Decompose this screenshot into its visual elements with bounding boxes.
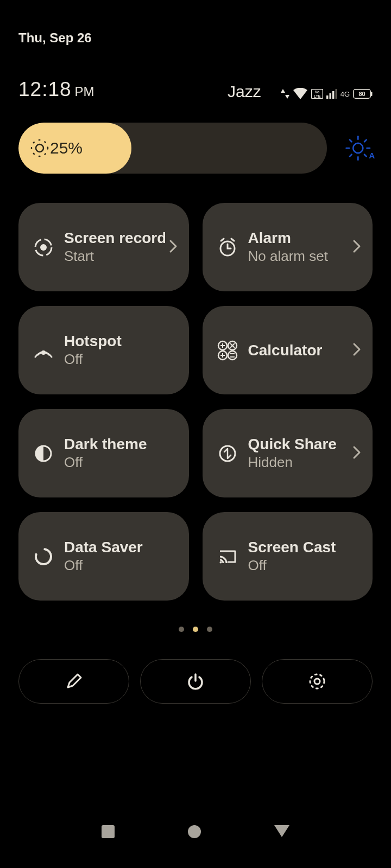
tile-sub: Off — [248, 557, 362, 574]
time-value: 12:18 — [18, 78, 72, 100]
time-suffix: PM — [75, 84, 94, 99]
page-dot — [207, 627, 212, 632]
bottom-actions — [0, 632, 391, 704]
svg-rect-37 — [102, 825, 115, 838]
tile-screen-recorder[interactable]: Screen recorder Start — [18, 203, 189, 291]
auto-brightness-icon: A — [344, 133, 375, 163]
chevron-right-icon[interactable] — [168, 239, 178, 256]
brightness-slider[interactable]: 25% — [18, 123, 327, 174]
svg-point-38 — [188, 825, 201, 838]
page-dot-active — [193, 627, 198, 632]
tile-title: Data Saver — [64, 539, 178, 556]
svg-rect-5 — [332, 91, 335, 99]
tile-title: Alarm — [248, 229, 349, 247]
brightness-percent: 25% — [50, 139, 83, 157]
auto-brightness-toggle[interactable]: A — [344, 133, 375, 163]
tile-title: Screen Cast — [248, 539, 362, 556]
svg-text:80: 80 — [358, 91, 365, 97]
signal-icon — [326, 89, 337, 99]
svg-point-35 — [314, 679, 320, 684]
tile-sub: No alarm set — [248, 248, 349, 265]
hotspot-icon — [31, 339, 55, 362]
svg-line-20 — [364, 140, 367, 142]
tile-sub: Hidden — [248, 454, 349, 471]
pencil-icon — [65, 672, 83, 691]
network-type-label: 4G — [340, 90, 350, 98]
tile-alarm[interactable]: Alarm No alarm set — [203, 203, 373, 291]
svg-rect-6 — [335, 89, 337, 99]
tile-title: Hotspot — [64, 333, 178, 350]
power-button[interactable] — [140, 659, 251, 704]
brightness-row: 25% A — [0, 101, 391, 174]
svg-point-23 — [40, 244, 47, 251]
tile-screen-cast[interactable]: Screen Cast Off — [203, 512, 373, 601]
nav-home[interactable] — [186, 824, 203, 842]
svg-point-33 — [33, 546, 54, 567]
tile-sub: Off — [64, 454, 178, 471]
svg-text:Vo: Vo — [314, 90, 319, 94]
svg-point-30 — [228, 351, 237, 360]
nav-back[interactable] — [273, 824, 291, 842]
tile-dark-theme[interactable]: Dark theme Off — [18, 409, 189, 497]
wifi-icon — [293, 88, 308, 100]
quick-share-icon — [216, 442, 239, 465]
data-saver-icon — [31, 545, 55, 569]
record-icon — [31, 235, 55, 259]
settings-button[interactable] — [262, 659, 373, 704]
power-icon — [186, 672, 205, 691]
tile-title: Screen recorder — [64, 229, 165, 247]
volte-icon: VoLTE — [311, 89, 323, 99]
chevron-right-icon[interactable] — [352, 342, 362, 359]
tile-sub: Start — [64, 248, 165, 265]
quick-tiles-grid: Screen recorder Start Alarm No alarm set… — [0, 174, 391, 601]
svg-line-17 — [350, 140, 352, 142]
status-row: 12:18PM Jazz VoLTE 4G 80 — [0, 46, 391, 101]
tile-hotspot[interactable]: Hotspot Off — [18, 306, 189, 394]
svg-rect-3 — [326, 95, 329, 99]
chevron-right-icon[interactable] — [352, 445, 362, 462]
tile-quick-share[interactable]: Quick Share Hidden — [203, 409, 373, 497]
cast-icon — [216, 545, 239, 569]
svg-point-36 — [310, 674, 324, 688]
svg-rect-4 — [329, 93, 331, 99]
gear-icon — [308, 672, 326, 691]
dark-theme-icon — [31, 442, 55, 465]
time-display: 12:18PM — [18, 78, 94, 101]
svg-text:LTE: LTE — [313, 94, 320, 98]
tile-data-saver[interactable]: Data Saver Off — [18, 512, 189, 601]
date-label[interactable]: Thu, Sep 26 — [0, 0, 391, 46]
tile-sub: Off — [64, 351, 178, 368]
svg-rect-8 — [371, 92, 373, 96]
chevron-right-icon[interactable] — [352, 239, 362, 256]
nav-recent[interactable] — [100, 824, 116, 842]
svg-text:A: A — [369, 151, 375, 160]
svg-line-19 — [350, 155, 352, 157]
calculator-icon — [216, 339, 239, 362]
tile-title: Calculator — [248, 342, 349, 359]
tile-sub: Off — [64, 557, 178, 574]
tile-title: Quick Share — [248, 436, 349, 453]
battery-icon: 80 — [353, 89, 373, 99]
brightness-icon — [30, 139, 49, 157]
carrier-label: Jazz — [228, 82, 261, 101]
svg-point-11 — [31, 140, 48, 156]
svg-point-10 — [36, 144, 43, 152]
status-icons: VoLTE 4G 80 — [281, 88, 373, 101]
tile-title: Dark theme — [64, 436, 178, 453]
svg-point-12 — [353, 143, 363, 153]
tile-calculator[interactable]: Calculator — [203, 306, 373, 394]
svg-point-34 — [219, 561, 222, 563]
page-indicator — [0, 601, 391, 632]
data-arrows-icon — [281, 88, 289, 100]
nav-bar — [0, 824, 391, 842]
page-dot — [179, 627, 184, 632]
svg-line-18 — [364, 155, 367, 157]
edit-button[interactable] — [18, 659, 129, 704]
alarm-icon — [216, 235, 239, 259]
